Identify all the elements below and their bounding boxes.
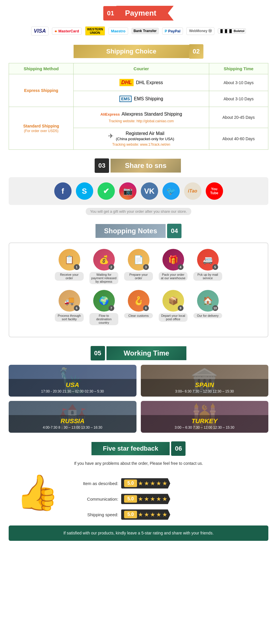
star-4: ★ bbox=[156, 511, 161, 518]
dhl-time: About 3-10 Days bbox=[209, 74, 268, 91]
feedback-section: Five star feedback 06 If you have any pr… bbox=[0, 438, 277, 549]
shipping-title-banner: Shipping Choice bbox=[74, 45, 189, 58]
facebook-icon[interactable]: f bbox=[54, 182, 72, 200]
step-7-num: 7 bbox=[108, 305, 114, 311]
step-8-circle: 🪝 8 bbox=[128, 290, 149, 312]
notes-row-2: 🚚 6 Process through sort facility 🌍 7 Fl… bbox=[15, 290, 262, 325]
payment-header: 01 Payment bbox=[103, 6, 173, 21]
star-1: ★ bbox=[138, 511, 143, 518]
shipping-stars-container: 5.0 ★ ★ ★ ★ ★ bbox=[121, 509, 170, 520]
step-2: 💰 2 Waiting for payment released by alix… bbox=[89, 249, 118, 284]
described-stars: ★ ★ ★ ★ ★ bbox=[138, 480, 167, 487]
express-shipping-label: Express Shipping bbox=[9, 74, 74, 107]
star-1: ★ bbox=[138, 480, 143, 487]
rating-row-described: Item as described: 5.0 ★ ★ ★ ★ ★ bbox=[72, 478, 268, 488]
star-5: ★ bbox=[162, 495, 167, 502]
step-6-num: 6 bbox=[74, 305, 80, 311]
airmail-tracking: Tracking website: www.17track.net/en bbox=[112, 143, 170, 147]
rating-row-shipping: Shipping speed: 5.0 ★ ★ ★ ★ ★ bbox=[72, 509, 268, 520]
payment-icons-row: VISA ●● MasterCard WESTERNUNION Maestro … bbox=[0, 25, 277, 37]
feedback-header: Five star feedback 06 bbox=[9, 441, 268, 456]
skype-icon[interactable]: S bbox=[76, 182, 93, 200]
step-7-label: Flow to destination country bbox=[89, 313, 118, 325]
step-6: 🚚 6 Process through sort facility bbox=[55, 290, 84, 325]
spain-card: 🏛️ SPAIN 3:00– 6:30 7:30 – 12:00 12:30 –… bbox=[141, 365, 269, 397]
working-num-badge: 05 bbox=[91, 346, 105, 360]
feedback-title-banner: Five star feedback bbox=[91, 442, 170, 455]
mastercard-icon: ●● MasterCard bbox=[52, 27, 82, 35]
russia-card: 🏰 RUSSIA 4:00-7:30 8：30 – 13:00 13:30 – … bbox=[9, 401, 136, 433]
spain-content: SPAIN 3:00– 6:30 7:30 – 12:00 12:30 – 15… bbox=[141, 379, 269, 397]
dhl-logo: DHL bbox=[119, 79, 134, 86]
step-2-num: 2 bbox=[108, 264, 114, 270]
notes-row-1: 📋 1 Receive your order 💰 2 Waiting for p… bbox=[15, 249, 262, 284]
star-2: ★ bbox=[144, 480, 149, 487]
bank-transfer-icon: Bank Transfer bbox=[132, 28, 159, 34]
rating-row-communication: Communication: 5.0 ★ ★ ★ ★ ★ bbox=[72, 494, 268, 504]
airmail-courier-cell: ✈ Registered Air Mail(China post/epacket… bbox=[74, 128, 209, 150]
communication-score: 5.0 bbox=[124, 495, 137, 503]
described-label: Item as described: bbox=[72, 481, 118, 486]
usa-name: USA bbox=[12, 381, 133, 389]
step-7: 🌍 7 Flow to destination country bbox=[89, 290, 118, 325]
star-3: ★ bbox=[150, 480, 155, 487]
notes-section: Shopping Notes 04 📋 1 Receive your order… bbox=[0, 221, 277, 343]
feedback-intro: If you have any problems about the order… bbox=[9, 460, 268, 467]
step-10-circle: 🏠 10 bbox=[197, 290, 219, 312]
dhl-courier-cell: DHL DHL Express bbox=[74, 74, 209, 91]
step-6-label: Process through sort facility bbox=[55, 313, 84, 322]
airmail-name: Registered Air Mail(China post/epacket-o… bbox=[116, 131, 174, 141]
vk-icon[interactable]: VK bbox=[141, 182, 158, 200]
russia-name: RUSSIA bbox=[12, 417, 133, 425]
share-section: 03 Share to sns f S ✔ 📷 VK 🐦 iTao YouTub… bbox=[0, 156, 277, 221]
whatsapp-icon[interactable]: ✔ bbox=[98, 182, 115, 200]
step-9-num: 9 bbox=[178, 305, 184, 311]
instagram-icon[interactable]: 📷 bbox=[119, 182, 136, 200]
share-gift-text: You will get a gift with your order afte… bbox=[86, 208, 191, 215]
ali-name: Aliexpress Standard Shipping bbox=[121, 112, 182, 117]
step-3-label: Prepare your order bbox=[124, 272, 153, 281]
spain-time: 3:00– 6:30 7:30 – 12:00 12:30 – 15:30 bbox=[144, 389, 265, 394]
dhl-name: DHL Express bbox=[136, 80, 163, 85]
working-section: 05 Working Time 🗽 USA 17:00 - 20:30 21:3… bbox=[0, 343, 277, 438]
step-8-num: 8 bbox=[143, 305, 149, 311]
star-5: ★ bbox=[162, 480, 167, 487]
notes-num-badge: 04 bbox=[167, 224, 181, 238]
step-8: 🪝 8 Clear customs bbox=[124, 290, 153, 325]
paypal-icon: P PayPal bbox=[162, 27, 183, 35]
star-3: ★ bbox=[150, 511, 155, 518]
star-5: ★ bbox=[162, 511, 167, 518]
working-grid: 🗽 USA 17:00 - 20:30 21:30 – 02:00 02:30 … bbox=[9, 365, 268, 433]
shipping-col-courier: Courier bbox=[74, 63, 209, 74]
shipping-col-time: Shipping Time bbox=[209, 63, 268, 74]
feedback-num-badge: 06 bbox=[171, 441, 186, 456]
spain-name: SPAIN bbox=[144, 381, 265, 389]
step-6-circle: 🚚 6 bbox=[59, 290, 80, 312]
russia-time: 4:00-7:30 8：30 – 13:00 13:30 – 16:30 bbox=[12, 425, 133, 430]
usa-content: USA 17:00 - 20:30 21:30 – 02:00 02:30 – … bbox=[9, 379, 136, 397]
communication-label: Communication: bbox=[72, 497, 118, 501]
webmoney-icon: WebMoney ⓦ bbox=[186, 27, 214, 35]
ems-logo: EMS bbox=[119, 96, 132, 102]
itao-icon[interactable]: iTao bbox=[184, 182, 201, 200]
step-4-label: Pack your order at our warehouse bbox=[159, 272, 188, 281]
ems-courier-cell: EMS EMS Shipping bbox=[74, 91, 209, 107]
shipping-speed-label: Shipping speed: bbox=[72, 512, 118, 517]
described-stars-container: 5.0 ★ ★ ★ ★ ★ bbox=[121, 478, 170, 488]
twitter-icon[interactable]: 🐦 bbox=[162, 182, 180, 200]
maestro-icon: Maestro bbox=[108, 27, 128, 35]
step-3-num: 3 bbox=[143, 264, 149, 270]
star-4: ★ bbox=[156, 495, 161, 502]
step-7-circle: 🌍 7 bbox=[93, 290, 115, 312]
working-title-banner: Working Time bbox=[106, 346, 187, 360]
step-10-num: 10 bbox=[212, 305, 218, 311]
shipping-header: Shipping Choice 02 bbox=[9, 44, 268, 59]
shipping-stars: ★ ★ ★ ★ ★ bbox=[138, 511, 167, 518]
ems-time: About 3-10 Days bbox=[209, 91, 268, 107]
step-8-label: Clear customs bbox=[124, 313, 153, 318]
step-1-label: Receive your order bbox=[55, 272, 84, 281]
boletol-icon: ▐▌▐▌▐▌ Boletol bbox=[218, 28, 246, 34]
shipping-score: 5.0 bbox=[124, 511, 137, 518]
youtube-icon[interactable]: YouTube bbox=[206, 182, 223, 200]
step-9-circle: 📦 9 bbox=[162, 290, 184, 312]
